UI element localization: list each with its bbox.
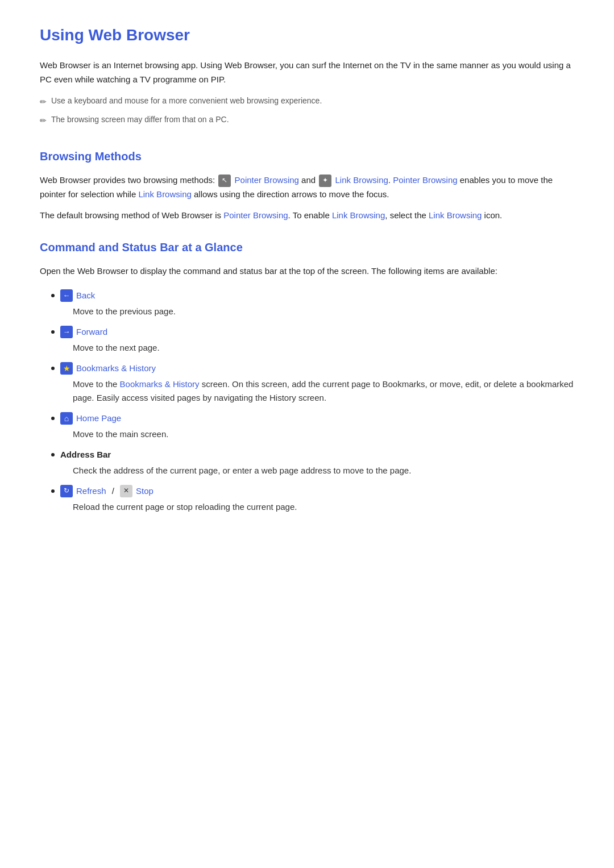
forward-item-header: → Forward xyxy=(51,325,574,339)
browsing-methods-section: Browsing Methods Web Browser provides tw… xyxy=(40,147,574,222)
home-label[interactable]: Home Page xyxy=(76,412,121,425)
bullet-dot-refresh xyxy=(51,489,55,493)
browsing-methods-heading: Browsing Methods xyxy=(40,147,574,165)
home-description: Move to the main screen. xyxy=(73,427,574,441)
forward-description: Move to the next page. xyxy=(73,341,574,355)
back-icon: ← xyxy=(60,289,73,302)
refresh-stop-item-header: ↻ Refresh / ✕ Stop xyxy=(51,484,574,498)
stop-label[interactable]: Stop xyxy=(136,484,154,498)
intro-paragraph: Web Browser is an Internet browsing app.… xyxy=(40,59,574,87)
forward-label[interactable]: Forward xyxy=(76,325,107,339)
pencil-icon-2: ✏ xyxy=(40,114,47,127)
note-text-1: Use a keyboard and mouse for a more conv… xyxy=(51,94,322,107)
browsing-methods-para-2: The default browsing method of Web Brows… xyxy=(40,209,574,223)
link-browsing-icon: ✦ xyxy=(319,175,331,187)
stop-icon: ✕ xyxy=(120,485,132,497)
bookmarks-history-link[interactable]: Bookmarks & History xyxy=(120,379,200,389)
list-item-forward: → Forward Move to the next page. xyxy=(51,325,574,355)
bookmarks-description: Move to the Bookmarks & History screen. … xyxy=(73,377,574,405)
address-bar-description: Check the address of the current page, o… xyxy=(73,464,574,477)
bullet-dot-address xyxy=(51,453,55,456)
notes-section: ✏ Use a keyboard and mouse for a more co… xyxy=(40,94,574,127)
page-title: Using Web Browser xyxy=(40,23,574,48)
pointer-browsing-link-1[interactable]: Pointer Browsing xyxy=(235,175,299,185)
bullet-dot-home xyxy=(51,417,55,420)
address-bar-item-header: Address Bar xyxy=(51,448,574,462)
back-description: Move to the previous page. xyxy=(73,305,574,318)
pointer-browsing-link-2[interactable]: Pointer Browsing xyxy=(393,175,457,185)
bullet-dot-bookmarks xyxy=(51,367,55,370)
home-icon: ⌂ xyxy=(60,412,73,425)
link-browsing-link-2[interactable]: Link Browsing xyxy=(138,189,191,199)
home-item-header: ⌂ Home Page xyxy=(51,412,574,425)
note-text-2: The browsing screen may differ from that… xyxy=(51,113,229,126)
list-item-back: ← Back Move to the previous page. xyxy=(51,289,574,318)
pointer-browsing-icon: ↖ xyxy=(218,175,231,187)
pointer-browsing-link-3[interactable]: Pointer Browsing xyxy=(223,210,288,220)
browsing-methods-para-1: Web Browser provides two browsing method… xyxy=(40,173,574,202)
command-status-intro: Open the Web Browser to display the comm… xyxy=(40,264,574,279)
bookmarks-label[interactable]: Bookmarks & History xyxy=(76,362,156,375)
list-item-refresh-stop: ↻ Refresh / ✕ Stop Reload the current pa… xyxy=(51,484,574,514)
back-item-header: ← Back xyxy=(51,289,574,302)
command-status-section: Command and Status Bar at a Glance Open … xyxy=(40,238,574,514)
list-item-home: ⌂ Home Page Move to the main screen. xyxy=(51,412,574,441)
command-items-list: ← Back Move to the previous page. → Forw… xyxy=(51,289,574,514)
bookmarks-icon: ★ xyxy=(60,362,73,375)
list-item-bookmarks: ★ Bookmarks & History Move to the Bookma… xyxy=(51,362,574,405)
forward-icon: → xyxy=(60,326,73,338)
bullet-dot-back xyxy=(51,294,55,297)
link-browsing-link-1[interactable]: Link Browsing xyxy=(335,175,388,185)
bookmarks-item-header: ★ Bookmarks & History xyxy=(51,362,574,375)
link-browsing-link-3[interactable]: Link Browsing xyxy=(332,210,385,220)
address-bar-label: Address Bar xyxy=(60,448,111,462)
back-label[interactable]: Back xyxy=(76,289,95,302)
refresh-label[interactable]: Refresh xyxy=(76,484,106,498)
refresh-stop-separator: / xyxy=(110,484,117,498)
link-browsing-link-4[interactable]: Link Browsing xyxy=(429,210,482,220)
refresh-icon: ↻ xyxy=(60,485,73,497)
note-item-2: ✏ The browsing screen may differ from th… xyxy=(40,113,574,127)
list-item-address-bar: Address Bar Check the address of the cur… xyxy=(51,448,574,477)
refresh-stop-description: Reload the current page or stop reloadin… xyxy=(73,500,574,514)
command-status-heading: Command and Status Bar at a Glance xyxy=(40,238,574,256)
bullet-dot-forward xyxy=(51,330,55,334)
pencil-icon-1: ✏ xyxy=(40,95,47,108)
note-item-1: ✏ Use a keyboard and mouse for a more co… xyxy=(40,94,574,108)
